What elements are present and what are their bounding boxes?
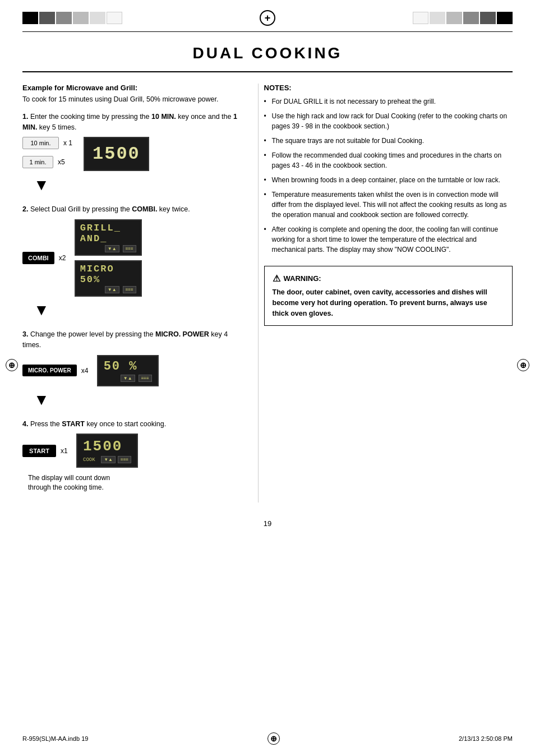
step-4: 4. Press the START key once to start coo… [22, 419, 247, 492]
note-5: When browning foods in a deep container,… [264, 175, 513, 185]
content-area: Example for Microwave and Grill: To cook… [0, 72, 535, 514]
step-1-lcd: 1500 [84, 137, 149, 171]
step-3-text: 3. Change the power level by pressing th… [22, 329, 247, 351]
step-3-bold1: MICRO. POWER [155, 330, 209, 338]
warning-box: ⚠ WARNING: The door, outer cabinet, oven… [264, 266, 513, 326]
grill-line2: AND_ [80, 233, 136, 244]
step-1-number: 1. [22, 113, 28, 121]
micro-display: MICRO 50% ▼▲ ≡≡≡ [75, 260, 142, 297]
step-3-lcd-line: 50 % [104, 359, 152, 374]
combi-button[interactable]: COMBI [22, 252, 54, 264]
step-4-number: 4. [22, 420, 28, 428]
step-1-mult-2: x5 [58, 158, 69, 166]
step-3-lcd: 50 % ▼▲ ≡≡≡ [97, 355, 159, 386]
swatch-black-r [497, 12, 513, 24]
example-title: Example for Microwave and Grill: [22, 84, 247, 92]
note-6: Temperature measurements taken whilst th… [264, 190, 513, 220]
note-1: For DUAL GRILL it is not necessary to pr… [264, 96, 513, 107]
step-1: 1. Enter the cooking time by pressing th… [22, 112, 247, 195]
step-1-arrow: ▼ [34, 176, 247, 194]
swatch-dark-r [480, 12, 496, 24]
warning-text: The door, outer cabinet, oven cavity, ac… [273, 287, 504, 319]
swatch-mid [56, 12, 72, 24]
step-1-row-2: 1 min. x5 [22, 156, 75, 168]
ten-min-button[interactable]: 10 min. [22, 137, 59, 149]
start-button[interactable]: START [22, 445, 56, 457]
right-column: NOTES: For DUAL GRILL it is not necessar… [258, 84, 513, 503]
step-3-icon-1: ▼▲ [121, 375, 135, 382]
step-4-bold1: START [62, 420, 85, 428]
grill-and-display: GRILL_ AND_ ▼▲ ≡≡≡ [75, 219, 142, 256]
grill-icon-1: ▼▲ [105, 245, 119, 252]
swatch-light-r [446, 12, 462, 24]
micro-power-button[interactable]: MICRO. POWER [22, 365, 77, 376]
step-4-icon-2: ≡≡≡ [118, 456, 131, 463]
left-registration-mark: ⊕ [6, 359, 18, 371]
step-2-mult: x2 [59, 254, 70, 262]
swatch-dark [39, 12, 55, 24]
step-2-row: COMBI x2 GRILL_ AND_ ▼▲ ≡≡≡ MICRO [22, 219, 247, 297]
step-1-bold2: 1 MIN. [22, 113, 237, 131]
page-footer: R-959(SL)M-AA.indb 19 ⊕ 2/13/13 2:50:08 … [0, 732, 535, 745]
step-1-text: 1. Enter the cooking time by pressing th… [22, 112, 247, 133]
notes-title: NOTES: [264, 84, 513, 92]
step-4-text: 4. Press the START key once to start coo… [22, 419, 247, 430]
footer-date-info: 2/13/13 2:50:08 PM [459, 735, 513, 742]
swatch-white-r [413, 12, 428, 24]
note-4: Follow the recommended dual cooking time… [264, 150, 513, 170]
grill-icon-2: ≡≡≡ [123, 245, 136, 252]
page-title: DUAL COOKING [45, 44, 490, 62]
step-1-bold1: 10 MIN. [151, 113, 176, 121]
warning-title: ⚠ WARNING: [273, 273, 504, 284]
step-4-lcd-line: 1500 [83, 438, 131, 455]
micro-line2: 50% [80, 274, 136, 285]
step-1-buttons: 10 min. x 1 1 min. x5 [22, 137, 75, 172]
swatch-black [22, 12, 38, 24]
swatch-lighter [90, 12, 105, 24]
step-4-mult: x1 [61, 447, 72, 455]
right-color-swatches [413, 12, 513, 24]
step-2-lcd: GRILL_ AND_ ▼▲ ≡≡≡ MICRO 50% ▼▲ ≡≡≡ [75, 219, 142, 297]
note-3: The square trays are not suitable for Du… [264, 136, 513, 146]
step-2: 2. Select Dual Grill by pressing the COM… [22, 204, 247, 319]
swatch-lighter-r [430, 12, 445, 24]
step-3-arrow: ▼ [34, 391, 247, 409]
notes-list: For DUAL GRILL it is not necessary to pr… [264, 96, 513, 255]
note-7: After cooking is complete and opening th… [264, 224, 513, 255]
note-2: Use the high rack and low rack for Dual … [264, 111, 513, 131]
step-4-icon-1: ▼▲ [101, 456, 116, 463]
step-2-arrow: ▼ [34, 301, 247, 319]
top-bar [0, 0, 535, 31]
swatch-white [107, 12, 122, 24]
step-3: 3. Change the power level by pressing th… [22, 329, 247, 409]
step-3-row: MICRO. POWER x4 50 % ▼▲ ≡≡≡ [22, 355, 247, 386]
step-4-sub-row: COOK ▼▲ ≡≡≡ [83, 456, 131, 463]
step-1-row-1: 10 min. x 1 [22, 137, 75, 149]
one-min-button[interactable]: 1 min. [22, 156, 53, 168]
page-title-section: DUAL COOKING [22, 32, 513, 72]
warning-icon: ⚠ [273, 273, 280, 284]
footer-registration-mark: ⊕ [268, 732, 280, 745]
step-3-number: 3. [22, 330, 28, 338]
page-number: 19 [0, 514, 535, 539]
step-2-text: 2. Select Dual Grill by pressing the COM… [22, 204, 247, 215]
left-column: Example for Microwave and Grill: To cook… [22, 84, 258, 503]
grill-line1: GRILL_ [80, 223, 136, 233]
example-text: To cook for 15 minutes using Dual Grill,… [22, 94, 247, 105]
step-4-row: START x1 1500 COOK ▼▲ ≡≡≡ [22, 434, 247, 468]
step-2-number: 2. [22, 205, 28, 213]
micro-icon-2: ≡≡≡ [123, 286, 136, 293]
micro-line1: MICRO [80, 264, 136, 274]
step-3-sub-icons: ▼▲ ≡≡≡ [104, 375, 152, 382]
step-2-bold1: COMBI. [132, 205, 157, 213]
step-4-lcd: 1500 COOK ▼▲ ≡≡≡ [76, 434, 138, 468]
registration-mark-top-center [260, 10, 275, 26]
grill-sub-icons: ▼▲ ≡≡≡ [80, 245, 136, 252]
step-1-mult-1: x 1 [63, 139, 75, 147]
step-4-cook-label: COOK [83, 457, 95, 463]
step-3-icon-2: ≡≡≡ [139, 375, 152, 382]
warning-title-text: WARNING: [284, 274, 321, 283]
step-4-caption: The display will count downthrough the c… [28, 473, 247, 492]
right-registration-mark: ⊕ [517, 359, 529, 371]
swatch-mid-r [463, 12, 479, 24]
